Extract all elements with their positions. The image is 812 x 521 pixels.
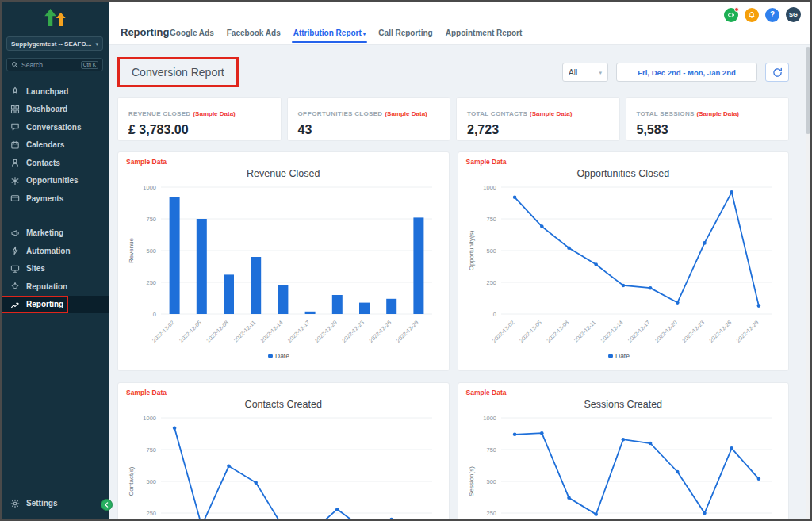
refresh-button[interactable]	[765, 63, 789, 82]
chart-title: Opportunities Closed	[458, 168, 789, 179]
sidebar-item-label: Dashboard	[26, 105, 67, 113]
bolt-icon	[10, 246, 20, 255]
svg-text:2022-12-29: 2022-12-29	[735, 320, 759, 343]
tab-label: Appointment Report	[446, 29, 523, 37]
chart-card-opportunities-closed: Sample Data Opportunities Closed 0250500…	[458, 151, 790, 371]
sidebar-settings: Settings	[0, 495, 109, 513]
svg-text:2022-12-26: 2022-12-26	[368, 320, 392, 343]
filter-select[interactable]: All ▾	[562, 63, 608, 82]
stat-value: £ 3,783.00	[128, 123, 270, 137]
sidebar-item-marketing[interactable]: Marketing	[0, 224, 109, 243]
filter-select-value: All	[569, 68, 577, 77]
tab-facebook-ads[interactable]: Facebook Ads	[227, 29, 281, 37]
svg-text:2022-12-02: 2022-12-02	[491, 320, 515, 343]
revenue-closed-bar-chart: 02505007501000Revenue2022-12-022022-12-0…	[124, 182, 442, 363]
opportunities-icon	[10, 176, 20, 186]
help-button[interactable]: ?	[765, 8, 779, 22]
svg-text:2022-12-20: 2022-12-20	[653, 320, 677, 343]
gear-icon	[10, 499, 20, 508]
app-logo	[0, 0, 109, 35]
chart-card-contacts-created: Sample Data Contacts Created 02505007501…	[117, 382, 450, 521]
svg-text:0: 0	[493, 311, 496, 318]
sidebar-item-launchpad[interactable]: Launchpad	[0, 82, 109, 101]
sample-data-tag: (Sample Data)	[193, 110, 235, 117]
chevron-down-icon: ▾	[95, 41, 98, 47]
search-input[interactable]	[21, 61, 78, 69]
svg-text:2022-12-17: 2022-12-17	[626, 320, 650, 343]
sidebar-item-settings[interactable]: Settings	[0, 495, 109, 513]
calendar-icon	[10, 140, 20, 150]
avatar-initials: SG	[789, 11, 798, 18]
sidebar-item-reputation[interactable]: Reputation	[0, 278, 109, 296]
sidebar-item-contacts[interactable]: Contacts	[0, 154, 109, 172]
user-avatar[interactable]: SG	[786, 7, 801, 22]
notification-dot	[734, 7, 739, 12]
svg-text:250: 250	[147, 510, 157, 517]
scrollbar[interactable]	[806, 47, 810, 519]
bell-icon	[748, 11, 756, 19]
sidebar-item-reporting[interactable]: Reporting	[0, 296, 109, 314]
stat-label: OPPORTUNITIES CLOSED	[298, 110, 383, 117]
monitor-icon	[10, 264, 20, 274]
stat-label: TOTAL SESSIONS	[637, 110, 695, 117]
svg-text:500: 500	[147, 478, 157, 485]
contacts-created-line-chart: 02505007501000Contact(s)2022-12-022022-1…	[124, 413, 442, 521]
chat-icon	[10, 122, 20, 132]
svg-text:2022-12-08: 2022-12-08	[205, 320, 229, 343]
sample-data-tag: Sample Data	[126, 158, 167, 166]
account-switcher[interactable]: Supplygemtest -- SEAFO... ▾	[6, 36, 103, 51]
tab-google-ads[interactable]: Google Ads	[170, 29, 214, 37]
svg-text:2022-12-23: 2022-12-23	[681, 320, 705, 343]
sidebar-collapse-button[interactable]	[101, 499, 113, 511]
svg-text:250: 250	[486, 279, 496, 286]
sidebar-search[interactable]: Ctrl K	[6, 58, 103, 71]
page-title: Reporting	[121, 26, 169, 38]
sidebar-item-conversations[interactable]: Conversations	[0, 118, 109, 136]
svg-text:Date: Date	[275, 352, 289, 360]
svg-text:2022-12-14: 2022-12-14	[599, 320, 623, 343]
sidebar-item-label: Calendars	[26, 140, 64, 149]
svg-text:2022-12-11: 2022-12-11	[233, 320, 257, 343]
notifications-button[interactable]	[745, 8, 759, 22]
announcements-button[interactable]	[724, 8, 738, 22]
sidebar: Supplygemtest -- SEAFO... ▾ Ctrl K Launc…	[0, 0, 109, 521]
account-name: Supplygemtest -- SEAFO...	[11, 40, 93, 48]
svg-text:750: 750	[486, 446, 496, 454]
svg-text:500: 500	[486, 247, 496, 255]
chart-card-sessions-created: Sample Data Sessions Created 02505007501…	[458, 382, 790, 521]
stat-value: 43	[298, 123, 440, 137]
main-content: Conversion Report All ▾ Fri, Dec 2nd - M…	[109, 45, 812, 521]
refresh-icon	[772, 67, 783, 78]
sidebar-item-dashboard[interactable]: Dashboard	[0, 101, 109, 119]
svg-text:Opportunity(s): Opportunity(s)	[468, 230, 475, 270]
report-tabs: Google Ads Facebook Ads Attribution Repo…	[170, 29, 522, 37]
sidebar-item-sites[interactable]: Sites	[0, 260, 109, 278]
tab-attribution-report[interactable]: Attribution Report▾	[293, 29, 366, 37]
tab-label: Google Ads	[170, 29, 214, 37]
tab-appointment-report[interactable]: Appointment Report	[446, 29, 523, 37]
date-range-picker[interactable]: Fri, Dec 2nd - Mon, Jan 2nd	[616, 63, 757, 82]
stat-label: TOTAL CONTACTS	[467, 110, 527, 117]
svg-text:2022-12-14: 2022-12-14	[260, 320, 284, 343]
chart-line-icon	[10, 300, 20, 309]
chart-title: Contacts Created	[118, 399, 449, 410]
svg-text:2022-12-05: 2022-12-05	[518, 320, 542, 343]
sample-data-tag: (Sample Data)	[530, 110, 572, 117]
scrollbar-thumb[interactable]	[806, 47, 810, 134]
sidebar-item-payments[interactable]: Payments	[0, 190, 109, 208]
sidebar-item-automation[interactable]: Automation	[0, 242, 109, 260]
sidebar-item-opportunities[interactable]: Opportunities	[0, 172, 109, 190]
svg-text:500: 500	[147, 247, 157, 255]
sample-data-tag: Sample Data	[466, 389, 507, 396]
tab-label: Call Reporting	[378, 29, 432, 37]
sidebar-item-label: Sites	[26, 264, 45, 273]
sidebar-item-label: Settings	[26, 499, 57, 508]
svg-text:250: 250	[486, 510, 496, 517]
sidebar-item-calendars[interactable]: Calendars	[0, 136, 109, 155]
tab-call-reporting[interactable]: Call Reporting	[378, 29, 432, 37]
header-icons: ? SG	[724, 7, 801, 22]
sidebar-item-label: Reporting	[26, 300, 63, 308]
active-tab-underline	[292, 41, 368, 44]
svg-text:750: 750	[486, 216, 496, 223]
chart-title: Sessions Created	[458, 399, 789, 410]
